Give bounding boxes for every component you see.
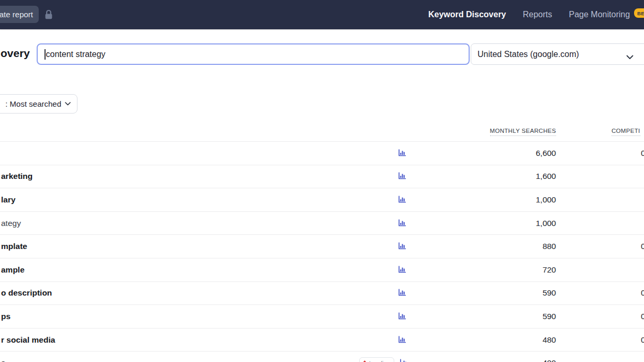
text-caret — [45, 49, 46, 60]
keyword-label[interactable]: ps — [1, 312, 10, 321]
keyword-search-input[interactable]: content strategy — [37, 43, 470, 65]
keyword-label[interactable]: ample — [1, 265, 25, 275]
create-report-button[interactable]: ate report — [0, 6, 39, 23]
table-row[interactable]: mplate 880 0 — [0, 234, 644, 258]
table-row[interactable]: o description 590 0 — [0, 281, 644, 305]
navbar-item-keyword-discovery[interactable]: Keyword Discovery — [428, 10, 506, 19]
chevron-down-icon — [65, 102, 71, 106]
search-volume-chart-icon[interactable] — [398, 172, 407, 180]
table-row[interactable]: s trending 480 — [0, 351, 644, 362]
competition-value-fragment: 0 — [641, 312, 644, 321]
keyword-label[interactable]: arketing — [1, 172, 32, 181]
navbar-item-page-monitoring[interactable]: Page Monitoring BETA — [569, 10, 644, 19]
region-select[interactable]: United States (google.com) — [471, 43, 644, 65]
region-select-value: United States (google.com) — [478, 50, 579, 59]
navbar-links: Keyword Discovery Reports Page Monitorin… — [428, 0, 644, 29]
search-volume-chart-icon[interactable] — [398, 336, 407, 344]
keyword-label[interactable]: r social media — [1, 335, 55, 345]
competition-value-fragment: 0 — [641, 288, 644, 298]
table-row[interactable]: ategy 1,000 — [0, 211, 644, 235]
competition-value-fragment: 0 — [641, 335, 644, 345]
search-volume-chart-icon[interactable] — [399, 359, 408, 362]
monthly-searches-value: 590 — [542, 288, 556, 298]
competition-value-fragment: 0 — [641, 242, 644, 251]
table-row[interactable]: ps 590 0 — [0, 304, 644, 328]
sort-order-label: : Most searched — [5, 99, 61, 108]
column-header-monthly-searches[interactable]: MONTHLY SEARCHES — [490, 128, 556, 136]
navbar-item-label: Keyword Discovery — [428, 10, 506, 19]
monthly-searches-value: 720 — [542, 265, 556, 275]
keyword-label[interactable]: ategy — [1, 219, 21, 228]
navbar-item-label: Page Monitoring — [569, 10, 630, 19]
table-row[interactable]: r social media 480 0 — [0, 328, 644, 352]
monthly-searches-value: 880 — [542, 242, 556, 251]
search-input-value: content strategy — [46, 50, 106, 59]
top-navbar: ate report Keyword Discovery Reports Pag… — [0, 0, 644, 29]
table-row[interactable]: ample 720 — [0, 258, 644, 281]
monthly-searches-value: 480 — [542, 358, 556, 362]
table-row[interactable]: arketing 1,600 — [0, 165, 644, 188]
page-title: overy — [1, 47, 30, 60]
search-volume-chart-icon[interactable] — [398, 219, 407, 228]
keyword-label[interactable]: lary — [1, 195, 16, 205]
keyword-table-body: 6,600 0 arketing 1,600 lary — [0, 141, 644, 362]
monthly-searches-value: 1,000 — [536, 195, 556, 205]
chevron-down-icon — [626, 52, 634, 62]
monthly-searches-value: 6,600 — [536, 149, 556, 158]
keyword-discovery-page: ate report Keyword Discovery Reports Pag… — [0, 0, 644, 362]
keyword-label[interactable]: mplate — [1, 242, 27, 251]
navbar-item-reports[interactable]: Reports — [523, 10, 552, 19]
trending-badge-label: trending — [369, 360, 390, 362]
lock-icon — [44, 9, 53, 20]
keyword-label[interactable]: s — [1, 358, 6, 362]
monthly-searches-value: 1,000 — [536, 219, 556, 228]
search-volume-chart-icon[interactable] — [398, 149, 407, 157]
keyword-label[interactable]: o description — [1, 288, 52, 298]
beta-badge: BETA — [634, 8, 644, 18]
table-row[interactable]: 6,600 0 — [0, 141, 644, 165]
search-volume-chart-icon[interactable] — [398, 312, 407, 321]
table-row[interactable]: lary 1,000 — [0, 188, 644, 211]
trending-badge: trending — [359, 357, 394, 362]
competition-value-fragment: 0 — [641, 149, 644, 158]
navbar-item-label: Reports — [523, 10, 552, 19]
search-volume-chart-icon[interactable] — [398, 196, 407, 204]
column-header-competition[interactable]: COMPETI — [612, 128, 640, 136]
search-volume-chart-icon[interactable] — [398, 266, 407, 274]
search-volume-chart-icon[interactable] — [398, 242, 407, 251]
monthly-searches-value: 590 — [542, 312, 556, 321]
search-volume-chart-icon[interactable] — [398, 289, 407, 297]
monthly-searches-value: 480 — [542, 335, 556, 345]
monthly-searches-value: 1,600 — [536, 172, 556, 181]
sort-order-button[interactable]: : Most searched — [0, 94, 77, 114]
